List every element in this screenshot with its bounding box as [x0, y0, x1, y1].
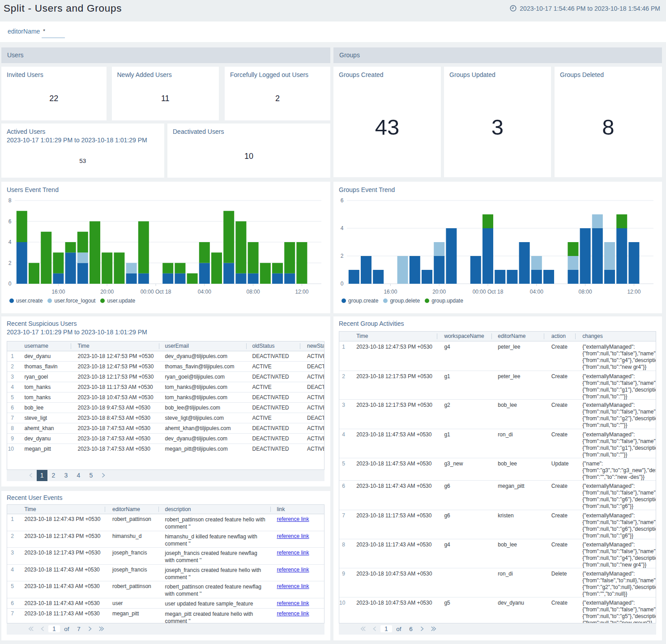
svg-text:8: 8 [9, 197, 12, 204]
svg-text:16:00: 16:00 [51, 289, 65, 295]
svg-text:08:00: 08:00 [247, 289, 260, 295]
svg-text:08:00: 08:00 [579, 289, 592, 295]
svg-text:04:00: 04:00 [198, 289, 211, 295]
svg-text:04:00: 04:00 [530, 289, 543, 295]
svg-text:12:00: 12:00 [295, 289, 308, 295]
svg-text:6: 6 [9, 218, 12, 225]
svg-text:16:00: 16:00 [384, 289, 397, 295]
svg-text:20:00: 20:00 [432, 289, 446, 295]
svg-text:00:00 Oct 18: 00:00 Oct 18 [473, 289, 504, 295]
svg-text:2: 2 [341, 253, 344, 259]
svg-text:12:00: 12:00 [627, 289, 640, 295]
svg-text:20:00: 20:00 [100, 289, 114, 295]
svg-text:6: 6 [341, 197, 344, 204]
svg-text:4: 4 [9, 239, 12, 245]
svg-text:00:00 Oct 18: 00:00 Oct 18 [141, 289, 171, 295]
svg-text:0: 0 [341, 281, 344, 287]
svg-text:2: 2 [9, 260, 12, 266]
svg-text:4: 4 [341, 225, 344, 231]
svg-text:0: 0 [9, 281, 12, 287]
